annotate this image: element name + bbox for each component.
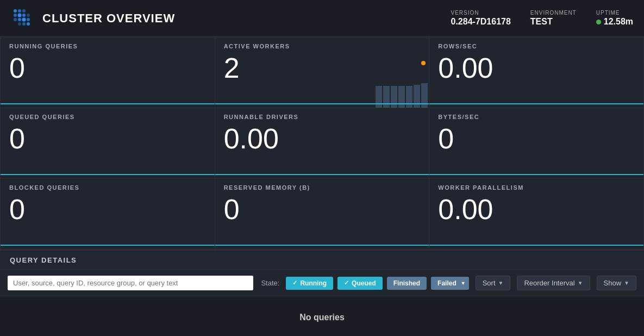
metric-card-active-workers: ACTIVE WORKERS2 (215, 38, 430, 108)
version-value: 0.284-7D16178 (451, 17, 511, 27)
metric-bar-fill (429, 174, 643, 175)
metric-bar-reserved-memory (215, 245, 429, 246)
state-running-button[interactable]: ✓ Running (286, 277, 333, 290)
header-meta: VERSION 0.284-7D16178 ENVIRONMENT TEST U… (451, 10, 633, 27)
metric-label-worker-parallelism: WORKER PARALLELISM (438, 184, 635, 191)
version-group: VERSION 0.284-7D16178 (451, 10, 511, 27)
metric-bar-runnable-drivers (215, 174, 429, 175)
svg-point-1 (18, 9, 21, 13)
page-title: CLUSTER OVERVIEW (42, 11, 451, 26)
query-controls-bar: State: ✓ Running ✓ Queued Finished Faile… (0, 270, 644, 296)
svg-point-3 (14, 14, 17, 17)
metric-value-bytes-sec: 0 (438, 123, 635, 154)
metric-card-reserved-memory: RESERVED MEMORY (B)0 (215, 179, 430, 250)
state-label: State: (261, 279, 279, 287)
metric-card-blocked-queries: BLOCKED QUERIES0 (1, 179, 215, 250)
metric-bar-running-queries (1, 103, 215, 104)
metric-label-running-queries: RUNNING QUERIES (9, 43, 206, 49)
metric-value-runnable-drivers: 0.00 (224, 123, 421, 154)
search-input[interactable] (8, 276, 253, 290)
logo-icon (11, 7, 35, 30)
header: CLUSTER OVERVIEW VERSION 0.284-7D16178 E… (0, 0, 644, 37)
query-details-section: QUERY DETAILS State: ✓ Running ✓ Queued … (0, 250, 644, 333)
uptime-indicator (596, 20, 601, 24)
svg-point-5 (22, 14, 26, 17)
sort-dropdown-button[interactable]: Sort ▼ (476, 276, 511, 290)
metric-value-blocked-queries: 0 (9, 194, 206, 225)
no-queries-message: No queries (0, 296, 644, 333)
metric-bar-blocked-queries (1, 245, 215, 246)
metric-label-bytes-sec: BYTES/SEC (438, 114, 635, 120)
metric-label-runnable-drivers: RUNNABLE DRIVERS (224, 114, 421, 120)
show-dropdown-button[interactable]: Show ▼ (597, 276, 636, 290)
metric-bar-fill (215, 174, 429, 175)
metric-bar-fill (429, 103, 643, 104)
svg-rect-17 (398, 86, 405, 108)
state-queued-button[interactable]: ✓ Queued (337, 277, 383, 290)
metric-bar-rows-sec (429, 103, 643, 104)
svg-point-11 (18, 22, 21, 26)
svg-rect-15 (383, 86, 390, 108)
chevron-down-icon: ▼ (461, 281, 466, 286)
metric-value-queued-queries: 0 (9, 123, 206, 154)
metric-label-blocked-queries: BLOCKED QUERIES (9, 184, 206, 191)
metric-card-rows-sec: ROWS/SEC0.00 (429, 38, 644, 108)
metric-card-queued-queries: QUEUED QUERIES0 (1, 108, 215, 179)
svg-point-2 (22, 9, 26, 13)
metric-bar-fill (215, 103, 429, 104)
svg-point-10 (27, 18, 30, 21)
metric-bar-fill (1, 103, 215, 104)
environment-label: ENVIRONMENT (530, 10, 577, 16)
svg-rect-16 (391, 86, 397, 108)
metric-label-rows-sec: ROWS/SEC (438, 43, 635, 49)
metric-bar-fill (1, 174, 215, 175)
metric-bar-active-workers (215, 103, 429, 104)
reorder-interval-dropdown-button[interactable]: Reorder Interval ▼ (517, 276, 590, 290)
uptime-value: 12.58m (596, 17, 633, 27)
environment-group: ENVIRONMENT TEST (530, 10, 577, 27)
svg-point-9 (22, 17, 26, 21)
state-failed-button[interactable]: Failed ▼ (431, 277, 469, 290)
uptime-group: UPTIME 12.58m (596, 10, 633, 27)
svg-rect-18 (406, 86, 412, 108)
metric-label-reserved-memory: RESERVED MEMORY (B) (224, 184, 421, 191)
svg-point-0 (14, 9, 17, 13)
svg-point-13 (27, 22, 30, 26)
chevron-down-icon: ▼ (624, 280, 629, 286)
metric-label-queued-queries: QUEUED QUERIES (9, 114, 206, 120)
query-details-header: QUERY DETAILS (0, 251, 644, 270)
metric-bar-queued-queries (1, 174, 215, 175)
chevron-down-icon: ▼ (578, 280, 583, 286)
metric-bar-fill (429, 245, 643, 246)
metric-card-worker-parallelism: WORKER PARALLELISM0.00 (429, 179, 644, 250)
svg-point-21 (421, 61, 426, 65)
uptime-label: UPTIME (596, 10, 633, 16)
svg-point-6 (27, 14, 30, 17)
metric-value-worker-parallelism: 0.00 (438, 194, 635, 225)
metric-bar-fill (1, 245, 215, 246)
metric-card-bytes-sec: BYTES/SEC0 (429, 108, 644, 179)
check-icon: ✓ (344, 279, 349, 287)
chevron-down-icon: ▼ (498, 280, 504, 286)
svg-rect-14 (376, 86, 382, 108)
svg-point-12 (22, 22, 26, 26)
svg-point-8 (18, 18, 21, 21)
metric-value-reserved-memory: 0 (224, 194, 421, 225)
check-icon: ✓ (292, 279, 297, 287)
metric-bar-worker-parallelism (429, 245, 643, 246)
sparkline-chart (315, 38, 429, 108)
environment-value: TEST (530, 17, 577, 27)
state-finished-button[interactable]: Finished (387, 277, 427, 290)
metric-card-runnable-drivers: RUNNABLE DRIVERS0.00 (215, 108, 430, 179)
version-label: VERSION (451, 10, 511, 16)
svg-point-7 (14, 18, 17, 21)
metric-bar-fill (215, 245, 429, 246)
metric-card-running-queries: RUNNING QUERIES0 (1, 38, 215, 108)
metric-value-running-queries: 0 (9, 53, 206, 84)
metric-value-rows-sec: 0.00 (438, 53, 635, 84)
svg-point-4 (18, 13, 22, 17)
metrics-grid: RUNNING QUERIES0ACTIVE WORKERS2ROWS/SEC0… (0, 37, 644, 250)
metric-bar-bytes-sec (429, 174, 643, 175)
